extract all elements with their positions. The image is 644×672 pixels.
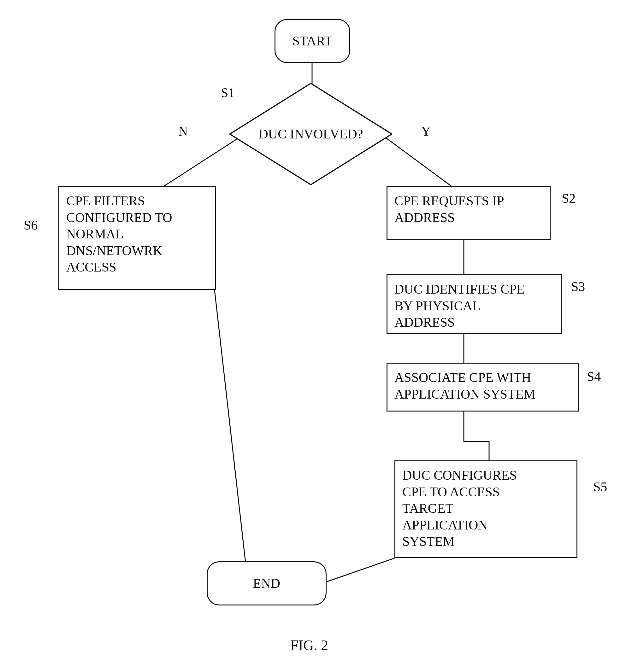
step-label-s4: S4 [587, 369, 601, 384]
svg-line-6 [327, 558, 395, 582]
step-label-s6: S6 [24, 218, 37, 233]
process-s2-text: CPE REQUESTS IP ADDRESS [395, 193, 543, 226]
end-terminator: END [207, 561, 327, 605]
process-s5: DUC CONFIGURES CPE TO ACCESS TARGET APPL… [395, 460, 577, 558]
step-label-s2: S2 [562, 191, 575, 206]
process-s6: CPE FILTERS CONFIGURED TO NORMAL DNS/NET… [58, 186, 216, 290]
step-label-s5: S5 [593, 479, 607, 494]
svg-line-2 [385, 137, 451, 186]
start-terminator: START [274, 19, 350, 63]
process-s4-text: ASSOCIATE CPE WITH APPLICATION SYSTEM [395, 369, 571, 403]
process-s6-text: CPE FILTERS CONFIGURED TO NORMAL DNS/NET… [66, 193, 208, 276]
branch-no-label: N [178, 124, 188, 139]
decision-text: DUC INVOLVED? [259, 127, 363, 142]
process-s3: DUC IDENTIFIES CPE BY PHYSICAL ADDRESS [387, 274, 562, 334]
decision-duc-involved: DUC INVOLVED? [262, 101, 360, 167]
branch-yes-label: Y [421, 124, 431, 139]
process-s3-text: DUC IDENTIFIES CPE BY PHYSICAL ADDRESS [395, 281, 554, 331]
process-s5-text: DUC CONFIGURES CPE TO ACCESS TARGET APPL… [402, 467, 570, 550]
svg-line-5 [214, 290, 246, 568]
process-s4: ASSOCIATE CPE WITH APPLICATION SYSTEM [387, 363, 579, 411]
step-label-s3: S3 [571, 279, 585, 294]
svg-line-1 [164, 137, 240, 186]
end-label: END [253, 575, 280, 592]
figure-caption: FIG. 2 [290, 637, 328, 654]
process-s2: CPE REQUESTS IP ADDRESS [387, 186, 551, 240]
flowchart-canvas: START S1 DUC INVOLVED? N Y S6 CPE FILTER… [0, 0, 644, 672]
start-label: START [292, 33, 332, 49]
step-label-s1: S1 [221, 85, 235, 100]
